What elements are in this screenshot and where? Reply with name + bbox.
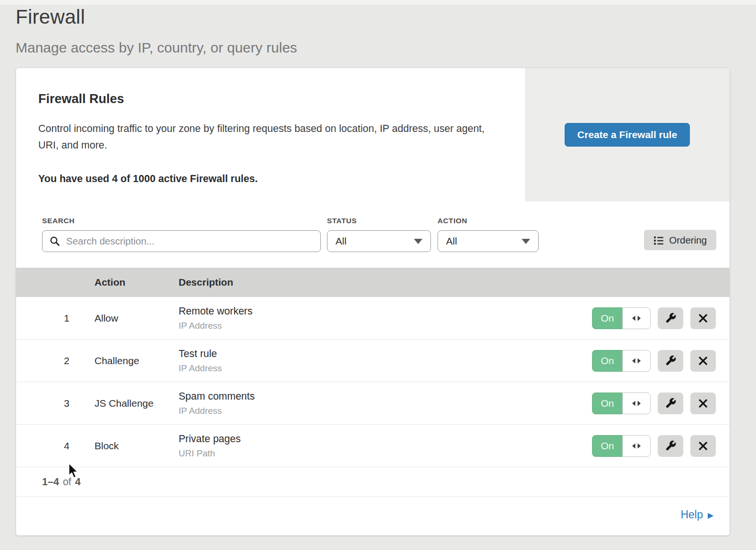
search-box[interactable] <box>42 230 321 252</box>
card-top-section: Firewall Rules Control incoming traffic … <box>16 68 730 201</box>
x-icon <box>698 356 708 366</box>
rule-match-type: IP Address <box>179 363 592 374</box>
wrench-icon <box>665 312 677 324</box>
toggle-on-segment[interactable]: On <box>592 307 622 329</box>
delete-rule-button[interactable] <box>690 307 716 329</box>
delete-rule-button[interactable] <box>690 393 716 414</box>
help-link[interactable]: Help ▶ <box>680 508 713 521</box>
top-strip <box>0 0 756 5</box>
rule-enabled-toggle: On <box>592 307 651 329</box>
toggle-expand-segment[interactable] <box>622 350 651 372</box>
toggle-on-segment[interactable]: On <box>592 393 622 414</box>
delete-rule-button[interactable] <box>690 350 716 372</box>
pagination: 1–4 of 4 <box>16 467 730 497</box>
toggle-expand-segment[interactable] <box>622 393 651 414</box>
action-label: ACTION <box>438 217 539 225</box>
rule-controls: On <box>592 393 716 414</box>
rule-enabled-toggle: On <box>592 350 651 372</box>
toggle-on-segment[interactable]: On <box>592 435 622 457</box>
toggle-on-segment[interactable]: On <box>592 350 622 372</box>
firewall-rules-card: Firewall Rules Control incoming traffic … <box>16 68 730 536</box>
rule-description: Test rule <box>179 348 592 360</box>
search-icon <box>49 236 60 247</box>
x-icon <box>698 313 708 323</box>
rule-controls: On <box>592 307 716 329</box>
pagination-of: of <box>63 476 71 488</box>
left-right-arrows-icon <box>631 314 642 323</box>
action-filter-group: ACTION All <box>438 217 539 252</box>
status-select[interactable]: All <box>327 230 431 252</box>
ordering-button[interactable]: Ordering <box>644 230 716 250</box>
page-subtitle: Manage access by IP, country, or query r… <box>16 40 756 56</box>
edit-rule-button[interactable] <box>658 435 683 457</box>
rule-priority: 1 <box>42 313 69 324</box>
card-footer: Help ▶ <box>16 497 730 533</box>
rule-priority: 2 <box>42 355 69 367</box>
usage-summary: You have used 4 of 1000 active Firewall … <box>38 173 501 185</box>
description-column-header: Description <box>179 277 716 288</box>
wrench-icon <box>665 440 677 452</box>
rule-description: Remote workers <box>179 306 592 317</box>
ordered-list-icon <box>653 235 664 245</box>
rule-action: Block <box>94 440 179 452</box>
status-label: STATUS <box>327 217 431 225</box>
chevron-down-icon <box>522 239 530 244</box>
wrench-icon <box>665 355 677 367</box>
toggle-expand-segment[interactable] <box>622 307 651 329</box>
edit-rule-button[interactable] <box>658 350 683 372</box>
pagination-range: 1–4 <box>42 476 59 488</box>
rule-priority: 4 <box>42 440 69 452</box>
triangle-right-icon: ▶ <box>708 511 713 519</box>
table-row: 1 Allow Remote workers IP Address On <box>16 297 730 340</box>
status-filter-group: STATUS All <box>327 217 431 252</box>
card-description: Control incoming traffic to your zone by… <box>38 121 492 154</box>
rule-controls: On <box>592 435 716 457</box>
rule-priority: 3 <box>42 398 69 409</box>
filters-bar: SEARCH STATUS All ACTION All <box>16 201 730 268</box>
rule-description: Private pages <box>179 433 592 445</box>
table-header: Action Description <box>16 268 730 297</box>
pagination-total: 4 <box>75 476 81 488</box>
table-row: 2 Challenge Test rule IP Address On <box>16 340 730 382</box>
create-firewall-rule-button[interactable]: Create a Firewall rule <box>565 123 690 147</box>
rule-enabled-toggle: On <box>592 435 651 457</box>
card-title: Firewall Rules <box>38 92 501 106</box>
toggle-expand-segment[interactable] <box>622 435 651 457</box>
status-select-value: All <box>335 236 346 247</box>
ordering-button-label: Ordering <box>669 235 707 246</box>
edit-rule-button[interactable] <box>658 393 683 414</box>
rule-match-type: IP Address <box>179 406 592 416</box>
left-right-arrows-icon <box>631 442 642 450</box>
action-select[interactable]: All <box>438 230 539 252</box>
rule-description: Spam comments <box>179 391 592 402</box>
page-header: Firewall Manage access by IP, country, o… <box>0 5 756 56</box>
action-select-value: All <box>446 236 457 247</box>
rule-match-type: IP Address <box>179 321 592 331</box>
left-right-arrows-icon <box>631 357 642 365</box>
card-intro: Firewall Rules Control incoming traffic … <box>16 68 525 201</box>
table-row: 3 JS Challenge Spam comments IP Address … <box>16 382 730 425</box>
help-link-label: Help <box>680 508 703 521</box>
create-rule-panel: Create a Firewall rule <box>525 68 730 201</box>
edit-rule-button[interactable] <box>658 307 683 329</box>
table-row: 4 Block Private pages URI Path On <box>16 425 730 467</box>
x-icon <box>698 441 708 451</box>
left-right-arrows-icon <box>631 399 642 408</box>
rule-action: Allow <box>94 313 179 324</box>
search-label: SEARCH <box>42 217 321 225</box>
delete-rule-button[interactable] <box>690 435 716 457</box>
action-column-header: Action <box>94 277 179 288</box>
chevron-down-icon <box>414 239 422 244</box>
rule-action: JS Challenge <box>94 398 179 409</box>
search-input[interactable] <box>65 235 314 247</box>
x-icon <box>698 398 708 409</box>
wrench-icon <box>665 397 677 409</box>
rule-enabled-toggle: On <box>592 393 651 414</box>
rule-action: Challenge <box>94 355 179 367</box>
rule-controls: On <box>592 350 716 372</box>
search-filter-group: SEARCH <box>42 217 321 252</box>
rule-match-type: URI Path <box>179 448 592 459</box>
page-title: Firewall <box>16 6 756 28</box>
